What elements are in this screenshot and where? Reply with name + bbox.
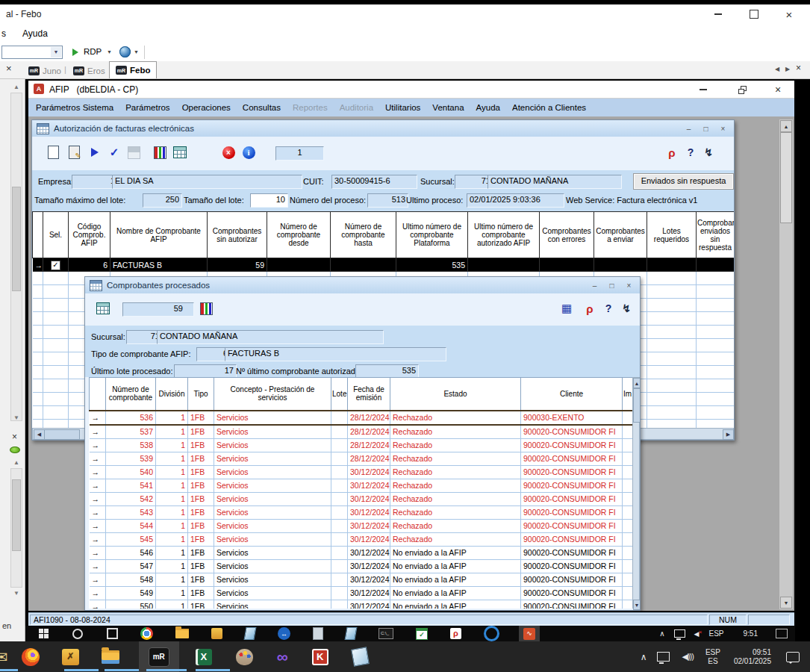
selected-row[interactable]: → ✓ 6 FACTURAS B 59 535 — [33, 258, 735, 272]
column-header[interactable]: Número de comprobante hasta — [331, 212, 396, 258]
proc-window-titlebar[interactable]: Comprobantes procesados – □ × — [85, 277, 640, 294]
show-desktop-icon[interactable] — [776, 629, 788, 638]
sel-checkbox-cell[interactable]: ✓ — [43, 258, 69, 272]
proc-maximize-button[interactable]: □ — [605, 280, 618, 291]
column-header[interactable]: Ultimo número de comprobante autorizado … — [468, 212, 540, 258]
table-row[interactable]: → 542 1 1FB Servicios 30/12/2024 Rechaza… — [90, 492, 633, 505]
app-tools-icon[interactable] — [211, 628, 222, 639]
host-minimize-button[interactable] — [708, 6, 729, 22]
table-view-icon[interactable]: ▦ — [558, 299, 576, 317]
table-row[interactable]: → 543 1 1FB Servicios 30/12/2024 Rechaza… — [90, 505, 633, 519]
globe-icon[interactable] — [119, 46, 131, 57]
tab-eros[interactable]: mREros — [67, 62, 111, 79]
scroll-down-icon[interactable]: ▼ — [10, 589, 22, 598]
tray-expand-icon[interactable]: ∧ — [641, 652, 647, 662]
connection-combobox[interactable]: ▼ — [1, 46, 63, 59]
host-menu-help[interactable]: Ayuda — [22, 28, 48, 39]
afip-minimize-button[interactable] — [693, 81, 714, 98]
auth-maximize-button[interactable]: □ — [700, 123, 712, 134]
connect-play-icon[interactable] — [72, 49, 78, 56]
column-header[interactable]: Estado — [390, 378, 521, 411]
column-header[interactable]: Cliente — [521, 378, 623, 411]
auth-window-titlebar[interactable]: Autorización de facturas electrónicas – … — [32, 120, 734, 137]
new-document-icon[interactable] — [44, 143, 62, 161]
auth-minimize-button[interactable]: – — [682, 123, 695, 134]
command-prompt-icon[interactable]: C:\_ — [378, 628, 393, 639]
scroll-up-icon[interactable]: ▲ — [780, 120, 792, 132]
proc-close-button[interactable]: × — [623, 280, 635, 291]
exit-run-icon[interactable]: ↯ — [700, 143, 717, 161]
afip-restore-button[interactable] — [732, 81, 753, 98]
column-header[interactable]: Número de comprobante — [106, 378, 156, 411]
menu-item[interactable]: Parámetros — [125, 103, 169, 112]
column-header[interactable]: Sel. — [43, 212, 69, 258]
dock-scrollbar[interactable] — [10, 468, 22, 588]
table-row[interactable]: → 538 1 1FB Servicios 28/12/2024 Rechaza… — [90, 438, 633, 452]
column-header[interactable]: Lote — [331, 378, 348, 411]
host-menu-cut[interactable]: s — [1, 28, 6, 39]
krita-icon[interactable]: K — [312, 649, 328, 665]
properties-icon[interactable]: ✎ — [65, 143, 83, 161]
remote-clock[interactable]: 9:51 — [744, 629, 758, 638]
clock[interactable]: 09:51 02/01/2025 — [734, 648, 771, 666]
visual-studio-icon[interactable]: ∞ — [277, 649, 288, 665]
config-tools-icon[interactable]: ✗ — [62, 649, 79, 665]
menu-item[interactable]: Ventana — [432, 103, 464, 112]
chrome-icon[interactable] — [140, 627, 153, 640]
app-red-p-icon[interactable]: ρ — [450, 628, 461, 639]
menu-item[interactable]: Ayuda — [476, 103, 500, 112]
grid-export-icon[interactable] — [171, 143, 189, 161]
combo-dropdown-icon[interactable]: ▼ — [51, 47, 61, 57]
firefox-icon[interactable] — [22, 648, 40, 666]
info-icon[interactable]: i — [240, 143, 258, 161]
notifications-icon[interactable] — [786, 652, 800, 662]
search-icon[interactable] — [72, 629, 83, 639]
globe-dropdown-icon[interactable]: ▼ — [134, 49, 139, 55]
column-header[interactable]: Comprobantes sin autorizar — [208, 212, 267, 258]
column-header[interactable]: Código Comprob. AFIP — [69, 212, 110, 258]
help-icon[interactable]: ? — [599, 299, 617, 317]
menu-item[interactable]: Auditoria — [340, 103, 373, 112]
teamviewer-icon[interactable]: ↔ — [278, 627, 290, 640]
help-icon[interactable]: ? — [682, 143, 700, 161]
scroll-left-icon[interactable]: ◀ — [34, 429, 45, 440]
excel-icon[interactable]: X — [196, 649, 212, 665]
table-row[interactable]: → 536 1 1FB Servicios 28/12/2024 Rechaza… — [90, 411, 633, 425]
table-row[interactable]: → 544 1 1FB Servicios 30/12/2024 Rechaza… — [90, 519, 633, 532]
tray-expand-icon[interactable]: ∧ — [659, 629, 664, 638]
column-header[interactable]: Comprobantes a enviar — [594, 212, 647, 258]
table-row[interactable]: → 540 1 1FB Servicios 30/12/2024 Rechaza… — [90, 465, 633, 479]
app-device-icon[interactable] — [245, 627, 255, 640]
mdi-vertical-scrollbar[interactable]: ▲ ▼ — [779, 119, 793, 609]
network-icon[interactable] — [657, 652, 670, 662]
notepad-icon[interactable] — [352, 648, 368, 665]
column-header[interactable]: Lotes requeridos — [647, 212, 697, 258]
table-row[interactable]: → 547 1 1FB Servicios 30/12/2024 No envi… — [90, 559, 633, 573]
menu-item[interactable]: Consultas — [243, 103, 281, 112]
exit-run-icon[interactable]: ↯ — [617, 299, 635, 317]
grid-edit-icon[interactable] — [94, 299, 112, 317]
checkbox-checked[interactable]: ✓ — [51, 261, 60, 270]
columns-icon[interactable] — [197, 299, 215, 317]
network-icon[interactable] — [674, 629, 685, 638]
scroll-down-icon[interactable]: ▼ — [780, 597, 792, 609]
process-counter-field[interactable]: 1 — [275, 146, 324, 161]
scroll-up-icon[interactable]: ▲ — [10, 458, 22, 467]
rdp-protocol-button[interactable]: RDP — [84, 47, 102, 56]
table-row[interactable]: → 548 1 1FB Servicios 30/12/2024 No envi… — [90, 573, 633, 586]
tab-febo[interactable]: mRFebo — [109, 61, 157, 78]
volume-muted-icon[interactable]: ◀× — [694, 630, 699, 638]
proc-vertical-scrollbar[interactable]: ▲ ▼ — [632, 377, 640, 609]
menu-item[interactable]: Parámetros Sistema — [36, 103, 113, 112]
dock-scrollbar[interactable] — [10, 93, 22, 421]
tab-scroll-left-icon[interactable]: ◀ — [775, 66, 779, 72]
mremoteng-taskbar-icon[interactable]: mR — [139, 641, 179, 672]
table-row[interactable]: → 539 1 1FB Servicios 28/12/2024 Rechaza… — [90, 452, 633, 465]
app-active-orange-icon[interactable]: ∿ — [519, 626, 540, 641]
proc-minimize-button[interactable]: – — [588, 280, 601, 291]
print-preview-icon[interactable]: ρ — [663, 143, 681, 161]
table-row[interactable]: → 541 1 1FB Servicios 30/12/2024 Rechaza… — [90, 479, 633, 492]
column-header[interactable]: División — [156, 378, 188, 411]
volume-icon[interactable]: ◀))) — [682, 652, 693, 662]
tab-scroll-right-icon[interactable]: ▶ — [785, 66, 790, 72]
